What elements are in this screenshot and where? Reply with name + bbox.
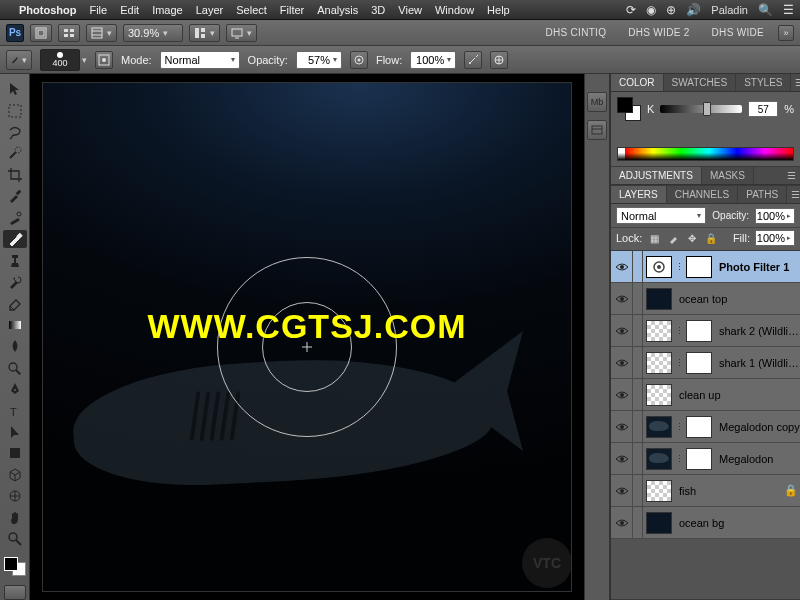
menu-select[interactable]: Select xyxy=(236,4,267,16)
move-tool[interactable] xyxy=(3,80,27,98)
menu-3d[interactable]: 3D xyxy=(371,4,385,16)
brush-panel-toggle[interactable] xyxy=(95,51,113,69)
tab-swatches[interactable]: SWATCHES xyxy=(664,74,737,91)
layer-name[interactable]: ocean top xyxy=(675,293,800,305)
layer-row[interactable]: ⋮Megalodon xyxy=(611,443,800,475)
menu-filter[interactable]: Filter xyxy=(280,4,304,16)
layer-thumbnail[interactable] xyxy=(646,256,672,278)
layer-thumbnail[interactable] xyxy=(646,416,672,438)
ps-logo-icon[interactable]: Ps xyxy=(6,24,24,42)
opacity-pressure-toggle[interactable] xyxy=(350,51,368,69)
quick-mask-toggle[interactable] xyxy=(4,585,26,600)
color-panel-swatch[interactable] xyxy=(617,97,641,121)
tab-color[interactable]: COLOR xyxy=(611,74,664,91)
tab-layers[interactable]: LAYERS xyxy=(611,186,667,203)
spotlight-icon[interactable]: 🔍 xyxy=(758,3,773,17)
tab-adjustments[interactable]: ADJUSTMENTS xyxy=(611,167,702,184)
lock-all-icon[interactable]: 🔒 xyxy=(704,231,718,245)
layer-mask-thumbnail[interactable] xyxy=(686,352,712,374)
tab-masks[interactable]: MASKS xyxy=(702,167,754,184)
layer-name[interactable]: Photo Filter 1 xyxy=(715,261,800,273)
app-menu[interactable]: Photoshop xyxy=(19,4,76,16)
menu-image[interactable]: Image xyxy=(152,4,183,16)
layer-visibility-toggle[interactable] xyxy=(611,347,633,378)
layer-mask-link-icon[interactable]: ⋮ xyxy=(675,320,683,342)
volume-icon[interactable]: 🔊 xyxy=(686,3,701,17)
workspace-tab-1[interactable]: DHS CINTIQ xyxy=(537,27,614,38)
3d-camera-tool[interactable] xyxy=(3,487,27,505)
blend-mode-select[interactable]: Normal▾ xyxy=(160,51,240,69)
view-extras-dropdown[interactable] xyxy=(86,24,117,42)
layer-mask-link-icon[interactable]: ⋮ xyxy=(675,256,683,278)
layer-thumbnail[interactable] xyxy=(646,512,672,534)
tool-preset-picker[interactable] xyxy=(6,50,32,70)
brush-preset-picker[interactable]: 400 ▾ xyxy=(40,49,87,71)
hand-tool[interactable] xyxy=(3,508,27,526)
healing-brush-tool[interactable] xyxy=(3,209,27,227)
menu-edit[interactable]: Edit xyxy=(120,4,139,16)
layer-row[interactable]: ⋮Photo Filter 1 xyxy=(611,251,800,283)
adjustments-panel-menu-icon[interactable]: ☰ xyxy=(783,167,800,184)
eraser-tool[interactable] xyxy=(3,294,27,312)
layer-thumbnail[interactable] xyxy=(646,320,672,342)
layer-visibility-toggle[interactable] xyxy=(611,283,633,314)
menu-file[interactable]: File xyxy=(89,4,107,16)
eyedropper-tool[interactable] xyxy=(3,187,27,205)
marquee-tool[interactable] xyxy=(3,101,27,119)
menu-extra-icon[interactable]: ☰ xyxy=(783,3,794,17)
layer-fill-input[interactable]: 100%▸ xyxy=(755,230,795,246)
screen-mode-dropdown[interactable] xyxy=(226,24,257,42)
menu-window[interactable]: Window xyxy=(435,4,474,16)
layer-name[interactable]: Megalodon xyxy=(715,453,800,465)
workspace-tab-2[interactable]: DHS WIDE 2 xyxy=(620,27,697,38)
color-panel-menu-icon[interactable]: ☰ xyxy=(791,74,800,91)
arrange-documents-dropdown[interactable] xyxy=(189,24,220,42)
dodge-tool[interactable] xyxy=(3,358,27,376)
lock-position-icon[interactable]: ✥ xyxy=(685,231,699,245)
layer-opacity-input[interactable]: 100%▸ xyxy=(755,208,795,224)
layer-mask-thumbnail[interactable] xyxy=(686,448,712,470)
layer-thumbnail[interactable] xyxy=(646,480,672,502)
dock-icon-1[interactable]: Mb xyxy=(587,92,607,112)
layer-name[interactable]: shark 2 (Wildlife a... xyxy=(715,325,800,337)
layer-row[interactable]: ocean bg xyxy=(611,507,800,539)
layer-row[interactable]: ⋮shark 1 (Wildlife a... xyxy=(611,347,800,379)
size-pressure-toggle[interactable] xyxy=(490,51,508,69)
layer-thumbnail[interactable] xyxy=(646,384,672,406)
layer-mask-link-icon[interactable]: ⋮ xyxy=(675,448,683,470)
layer-mask-thumbnail[interactable] xyxy=(686,320,712,342)
flow-input[interactable]: 100%▾ xyxy=(410,51,456,69)
layer-thumbnail[interactable] xyxy=(646,288,672,310)
layer-row[interactable]: ⋮shark 2 (Wildlife a... xyxy=(611,315,800,347)
clone-stamp-tool[interactable] xyxy=(3,251,27,269)
layer-thumbnail[interactable] xyxy=(646,352,672,374)
workspace-tab-3[interactable]: DHS WIDE xyxy=(704,27,772,38)
3d-tool[interactable] xyxy=(3,466,27,484)
layer-visibility-toggle[interactable] xyxy=(611,251,633,282)
layer-mask-link-icon[interactable]: ⋮ xyxy=(675,352,683,374)
quick-selection-tool[interactable] xyxy=(3,144,27,162)
menu-view[interactable]: View xyxy=(398,4,422,16)
layer-visibility-toggle[interactable] xyxy=(611,315,633,346)
tab-channels[interactable]: CHANNELS xyxy=(667,186,738,203)
globe-icon[interactable]: ⊕ xyxy=(666,3,676,17)
layer-row[interactable]: ocean top xyxy=(611,283,800,315)
tab-styles[interactable]: STYLES xyxy=(736,74,791,91)
blur-tool[interactable] xyxy=(3,337,27,355)
layer-visibility-toggle[interactable] xyxy=(611,411,633,442)
layer-name[interactable]: fish xyxy=(675,485,782,497)
pen-tool[interactable] xyxy=(3,380,27,398)
zoom-tool[interactable] xyxy=(3,530,27,548)
type-tool[interactable]: T xyxy=(3,401,27,419)
layer-name[interactable]: Megalodon copy xyxy=(715,421,800,433)
dock-icon-2[interactable] xyxy=(587,120,607,140)
menu-layer[interactable]: Layer xyxy=(196,4,224,16)
tab-paths[interactable]: PATHS xyxy=(738,186,787,203)
opacity-input[interactable]: 57%▾ xyxy=(296,51,342,69)
layer-mask-link-icon[interactable]: ⋮ xyxy=(675,416,683,438)
brush-tool[interactable] xyxy=(3,230,27,248)
path-selection-tool[interactable] xyxy=(3,423,27,441)
foreground-background-swatch[interactable] xyxy=(4,557,26,575)
menu-help[interactable]: Help xyxy=(487,4,510,16)
layer-thumbnail[interactable] xyxy=(646,448,672,470)
